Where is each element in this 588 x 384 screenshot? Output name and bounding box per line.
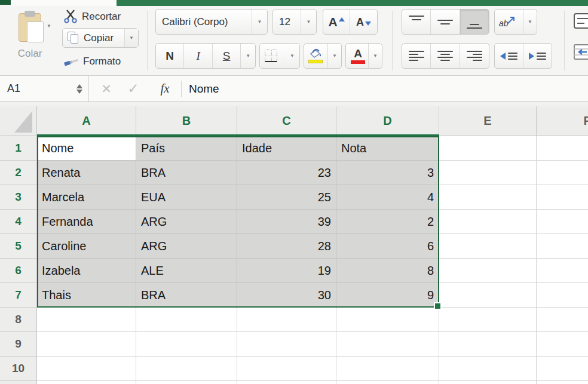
row-header-9[interactable]: 9 [0,332,37,357]
row-header-8[interactable]: 8 [0,308,37,332]
cell-E2[interactable] [439,161,537,185]
cell-D9[interactable] [336,332,439,357]
align-middle-button[interactable] [431,10,460,34]
column-header-D[interactable]: D [336,106,439,136]
cell-F3[interactable] [537,185,588,210]
column-header-F[interactable]: F [537,106,588,136]
row-header-2[interactable]: 2 [0,161,37,185]
paste-button[interactable]: Colar [4,10,56,72]
column-header-A[interactable]: A [37,106,136,136]
align-bottom-button[interactable] [460,10,489,34]
cell-D4[interactable]: 2 [336,210,439,234]
cell-F5[interactable] [537,234,588,259]
copy-button[interactable]: Copiar ▼ [62,28,139,48]
align-left-button[interactable] [402,44,431,68]
align-top-button[interactable] [402,10,431,34]
increase-indent-button[interactable] [523,44,552,68]
cell-B9[interactable] [136,332,237,357]
column-header-C[interactable]: C [237,106,336,136]
cell-B3[interactable]: EUA [136,185,237,210]
cell-F1[interactable] [537,136,588,161]
row-header-10[interactable]: 10 [0,357,37,381]
font-size-dropdown-arrow[interactable]: ▼ [301,10,316,34]
formula-bar-content[interactable]: Nome [189,76,219,102]
column-header-B[interactable]: B [136,106,237,136]
cell-F4[interactable] [537,210,588,234]
cell-F9[interactable] [537,332,588,357]
cell-B6[interactable]: ALE [136,259,237,283]
cell-E4[interactable] [439,210,537,234]
cell-A9[interactable] [37,332,136,357]
cut-button[interactable]: Recortar [63,9,121,24]
row-header-7[interactable]: 7 [0,283,37,308]
cell-D7[interactable]: 9 [336,283,439,308]
cell-A3[interactable]: Marcela [37,185,136,210]
cell-D8[interactable] [336,308,439,332]
fill-color-dropdown-arrow[interactable]: ▼ [327,44,341,68]
name-box[interactable]: A1 [0,76,88,102]
cell-A2[interactable]: Renata [37,161,136,185]
row-header-4[interactable]: 4 [0,210,37,234]
font-size-select[interactable]: 12 ▼ [272,9,317,35]
row-header-1[interactable]: 1 [0,136,37,161]
cell-C9[interactable] [237,332,336,357]
select-all-corner[interactable] [0,106,37,136]
font-color-button[interactable]: A ▼ [345,43,382,69]
cell-A5[interactable]: Caroline [37,234,136,259]
cell-A1[interactable]: Nome [37,136,136,161]
cell-B1[interactable]: País [136,136,237,161]
cell-E5[interactable] [439,234,537,259]
cell-A8[interactable] [37,308,136,332]
cell-F6[interactable] [537,259,588,283]
row-header-6[interactable]: 6 [0,259,37,283]
insert-function-button[interactable]: fx [152,76,178,102]
bold-button[interactable]: N [156,44,184,68]
shrink-font-button[interactable]: A [350,10,377,34]
cell-D10[interactable] [336,357,439,381]
paste-dropdown-arrow[interactable]: ▼ [47,24,51,29]
cell-E6[interactable] [439,259,537,283]
cell-C1[interactable]: Idade [237,136,336,161]
borders-button[interactable]: ▼ [259,43,300,69]
grow-font-button[interactable]: A [323,10,350,34]
copy-dropdown-arrow[interactable]: ▼ [124,29,138,47]
cell-D5[interactable]: 6 [336,234,439,259]
cell-C4[interactable]: 39 [237,210,336,234]
cell-C10[interactable] [237,357,336,381]
align-right-button[interactable] [460,44,489,68]
stepper-up-icon[interactable] [76,84,82,88]
italic-button[interactable]: I [184,44,212,68]
cell-D2[interactable]: 3 [336,161,439,185]
cell-C6[interactable]: 19 [237,259,336,283]
cell-E3[interactable] [439,185,537,210]
format-painter-button[interactable]: Formato [63,53,121,70]
cell-B10[interactable] [136,357,237,381]
underline-button[interactable]: S [213,44,241,68]
cell-E9[interactable] [439,332,537,357]
cell-A10[interactable] [37,357,136,381]
wrap-text-button[interactable] [574,13,588,30]
cell-F8[interactable] [537,308,588,332]
cell-C3[interactable]: 25 [237,185,336,210]
cell-C7[interactable]: 30 [237,283,336,308]
cell-B7[interactable]: BRA [136,283,237,308]
active-tab-sliver[interactable] [11,0,117,6]
cell-B8[interactable] [136,308,237,332]
cell-B2[interactable]: BRA [136,161,237,185]
cell-F2[interactable] [537,161,588,185]
font-family-select[interactable]: Calibri (Corpo) ▼ [155,9,268,35]
decrease-indent-button[interactable] [495,44,523,68]
cell-E1[interactable] [439,136,537,161]
cell-A4[interactable]: Fernanda [37,210,136,234]
merge-cells-button[interactable] [574,44,588,61]
cell-C2[interactable]: 23 [237,161,336,185]
font-family-dropdown-arrow[interactable]: ▼ [252,10,267,34]
borders-dropdown-arrow[interactable]: ▼ [290,54,295,59]
cell-B4[interactable]: ARG [136,210,237,234]
cell-D1[interactable]: Nota [336,136,439,161]
fill-color-button[interactable]: ▼ [304,43,342,69]
cell-E8[interactable] [439,308,537,332]
cell-D3[interactable]: 4 [336,185,439,210]
cell-B5[interactable]: ARG [136,234,237,259]
cancel-entry-button[interactable]: ✕ [96,76,117,102]
